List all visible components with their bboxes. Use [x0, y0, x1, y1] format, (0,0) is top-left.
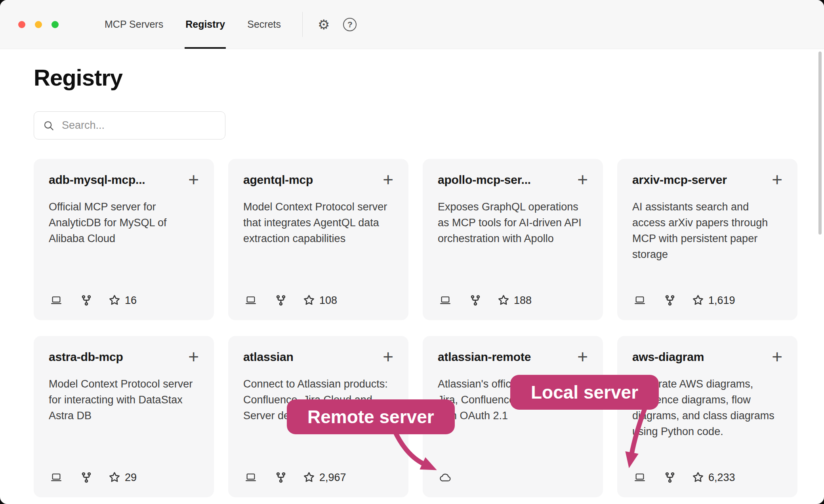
server-description: Model Context Protocol server that integ… — [243, 199, 393, 246]
server-description: Official MCP server for AnalyticDB for M… — [49, 199, 199, 246]
star-rating: 16 — [109, 294, 137, 307]
star-rating: 2,967 — [303, 472, 346, 484]
cloud-icon — [438, 471, 454, 484]
app-window: MCP Servers Registry Secrets ⚙ ? Registr… — [0, 0, 824, 504]
laptop-icon — [49, 472, 64, 483]
titlebar-divider — [302, 12, 303, 37]
server-card-apollo-mcp-server[interactable]: apollo-mcp-ser... + Exposes GraphQL oper… — [423, 159, 603, 320]
star-icon — [303, 295, 315, 306]
add-server-button[interactable]: + — [188, 172, 199, 187]
gear-icon[interactable]: ⚙ — [318, 18, 330, 31]
add-server-button[interactable]: + — [383, 172, 393, 187]
local-server-callout: Local server — [510, 375, 659, 410]
star-rating: 1,619 — [692, 294, 735, 307]
star-count: 16 — [125, 294, 137, 307]
server-description: Exposes GraphQL operations as MCP tools … — [438, 199, 588, 246]
search-icon — [43, 120, 55, 132]
server-name: astra-db-mcp — [49, 350, 123, 364]
laptop-icon — [632, 472, 647, 483]
fork-icon — [275, 294, 287, 307]
star-count: 1,619 — [708, 294, 735, 307]
remote-server-callout: Remote server — [287, 399, 455, 434]
search-box[interactable] — [34, 111, 225, 139]
fork-icon — [664, 294, 676, 307]
titlebar-tabs: MCP Servers Registry Secrets — [93, 0, 292, 49]
add-server-button[interactable]: + — [188, 349, 199, 364]
tab-registry[interactable]: Registry — [174, 0, 236, 49]
server-card-agentql-mcp[interactable]: agentql-mcp + Model Context Protocol ser… — [228, 159, 408, 320]
server-name: adb-mysql-mcp... — [49, 173, 145, 187]
server-name: atlassian-remote — [438, 350, 531, 364]
star-count: 108 — [319, 294, 337, 307]
server-grid: adb-mysql-mcp... + Official MCP server f… — [34, 159, 824, 497]
star-count: 2,967 — [319, 472, 346, 484]
star-icon — [109, 295, 120, 306]
server-card-astra-db-mcp[interactable]: astra-db-mcp + Model Context Protocol se… — [34, 336, 214, 497]
help-icon[interactable]: ? — [343, 18, 357, 31]
server-card-adb-mysql-mcp[interactable]: adb-mysql-mcp... + Official MCP server f… — [34, 159, 214, 320]
fork-icon — [80, 471, 92, 484]
star-icon — [303, 472, 315, 483]
server-card-arxiv-mcp-server[interactable]: arxiv-mcp-server + AI assistants search … — [617, 159, 797, 320]
search-input[interactable] — [62, 119, 216, 132]
fork-icon — [80, 294, 92, 307]
server-name: agentql-mcp — [243, 173, 313, 187]
server-description: Model Context Protocol server for intera… — [49, 376, 199, 424]
server-description: AI assistants search and access arXiv pa… — [632, 199, 782, 262]
fork-icon — [469, 294, 481, 307]
titlebar: MCP Servers Registry Secrets ⚙ ? — [0, 0, 824, 49]
tab-secrets[interactable]: Secrets — [236, 0, 292, 49]
add-server-button[interactable]: + — [577, 349, 588, 364]
add-server-button[interactable]: + — [383, 349, 393, 364]
star-icon — [692, 295, 704, 306]
star-icon — [498, 295, 509, 306]
star-icon — [109, 472, 120, 483]
scrollbar-thumb[interactable] — [818, 52, 822, 235]
laptop-icon — [243, 472, 258, 483]
star-count: 6,233 — [708, 472, 735, 484]
server-name: arxiv-mcp-server — [632, 173, 727, 187]
zoom-button[interactable] — [52, 21, 59, 28]
server-name: aws-diagram — [632, 350, 704, 364]
add-server-button[interactable]: + — [772, 172, 782, 187]
server-card-aws-diagram[interactable]: aws-diagram + Generate AWS diagrams, seq… — [617, 336, 797, 497]
tab-mcp-servers[interactable]: MCP Servers — [93, 0, 174, 49]
close-button[interactable] — [18, 21, 25, 28]
minimize-button[interactable] — [35, 21, 42, 28]
star-rating: 188 — [498, 294, 532, 307]
star-rating: 6,233 — [692, 472, 735, 484]
laptop-icon — [243, 294, 258, 306]
add-server-button[interactable]: + — [577, 172, 588, 187]
page-title: Registry — [34, 64, 824, 91]
server-name: atlassian — [243, 350, 294, 364]
traffic-lights — [0, 0, 59, 49]
laptop-icon — [438, 294, 453, 306]
laptop-icon — [632, 294, 647, 306]
fork-icon — [664, 471, 676, 484]
star-rating: 29 — [109, 472, 137, 484]
star-rating: 108 — [303, 294, 337, 307]
star-count: 29 — [125, 472, 137, 484]
fork-icon — [275, 471, 287, 484]
star-icon — [692, 472, 704, 483]
star-count: 188 — [514, 294, 532, 307]
add-server-button[interactable]: + — [772, 349, 782, 364]
laptop-icon — [49, 294, 64, 306]
server-name: apollo-mcp-ser... — [438, 173, 531, 187]
